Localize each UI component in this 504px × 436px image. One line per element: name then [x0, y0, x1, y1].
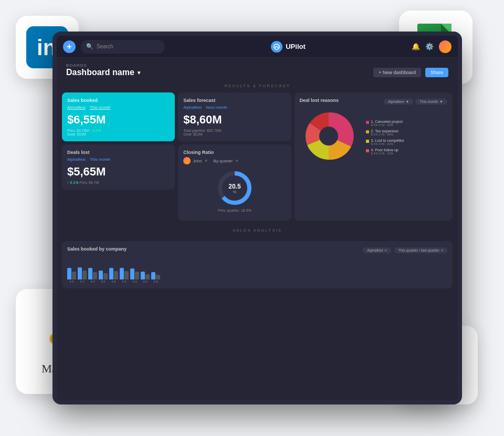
legend-label-1: 1. Canceled project	[371, 120, 403, 123]
sales-filter1[interactable]: Alphaflexi ×	[363, 247, 391, 253]
bar-previous	[103, 273, 108, 280]
bar-label: 4.5	[122, 280, 126, 283]
sales-forecast-goal: Goal: $10M	[183, 132, 202, 136]
sales-card-header: Sales booked by company Alphaflexi × Thi…	[67, 246, 447, 254]
bar-previous	[145, 274, 150, 279]
deals-lost-meta: ↑ 0.1% Prev. $4.7M	[67, 181, 170, 184]
pie-chart	[300, 107, 358, 167]
deal-lost-filter2[interactable]: This month ▼	[415, 99, 447, 105]
bar-label: 3.5	[101, 280, 105, 283]
bar-group: 4.7	[78, 267, 87, 284]
sales-booked-card: Sales booked Alphaflexi This month $6,55…	[62, 92, 175, 141]
boards-header: BOARDS Dashboard name ▼ + New dashboard …	[57, 58, 458, 80]
bar-previous	[124, 271, 129, 280]
deal-lost-title: Deal lost reasons	[300, 98, 339, 103]
deal-lost-filter1[interactable]: Alphaflexi ▼	[384, 99, 413, 105]
app-logo: UPilot	[170, 41, 406, 53]
bar-current	[88, 268, 92, 279]
settings-icon[interactable]: ⚙️	[425, 43, 434, 50]
sales-forecast-link2[interactable]: Next month	[206, 105, 227, 110]
bar-previous	[156, 275, 160, 279]
legend-dot-4	[366, 149, 369, 152]
sales-filter2[interactable]: This quarter / last quarter ×	[394, 247, 447, 253]
deals-lost-amount: $5,65M	[67, 165, 170, 179]
new-dashboard-button[interactable]: + New dashboard	[373, 68, 421, 77]
deals-lost-link2[interactable]: This month	[90, 157, 111, 162]
deals-lost-links: Alphaflexi This month	[67, 157, 170, 162]
sales-filter2-text: This quarter / last quarter	[398, 248, 439, 252]
bar-previous	[72, 272, 76, 279]
bar-group: 4.5	[109, 268, 118, 284]
bar-group: 3.5	[99, 271, 108, 284]
legend-dot-2	[366, 130, 369, 133]
chevron-down-icon[interactable]: ▼	[136, 70, 142, 76]
bar-chart: 4.44.74.43.54.54.54.33.02.8	[67, 257, 447, 283]
deal-lost-filter1-text: Alphaflexi	[388, 100, 404, 103]
device-frame: + 🔍 Search UPilot 🔔 ⚙️ BOARDS	[52, 32, 462, 404]
bar-current	[151, 272, 155, 279]
sales-booked-link2[interactable]: This month	[90, 105, 111, 110]
results-section-title: RESULTS & FORECAST	[57, 80, 458, 92]
dashboard-name-text: Dashboard name	[66, 68, 134, 77]
sales-booked-goal: Goal: $10M	[67, 132, 86, 136]
middle-column: Sales forecast Alphaflexi Next month $8,…	[178, 92, 291, 221]
deals-lost-link1[interactable]: Alphaflexi	[67, 157, 86, 162]
bar-current	[120, 268, 124, 280]
sales-booked-prev: Prev. $3.70M	[67, 129, 89, 132]
bar-current	[78, 267, 82, 280]
bar-current	[141, 272, 145, 279]
deal-lost-reasons-card: Deal lost reasons Alphaflexi ▼ This mont…	[295, 92, 453, 221]
closing-ratio-user[interactable]: John	[193, 159, 202, 163]
closing-ratio-filter[interactable]: By quarter	[214, 159, 233, 163]
bar-label: 4.5	[111, 280, 116, 283]
share-button[interactable]: Share	[425, 68, 448, 77]
sales-forecast-meta: Total pipeline: $52.70M Goal: $10M	[183, 129, 286, 136]
bar-current	[130, 268, 134, 280]
closing-ratio-card: Closing Ratio John ▼ By quarter ▼	[178, 144, 291, 221]
sales-forecast-link1[interactable]: Alphaflexi	[183, 105, 202, 110]
notification-icon[interactable]: 🔔	[412, 43, 420, 50]
legend-sub-2: $ XX.X M - 25%	[371, 133, 398, 136]
dashboard-name-title: Dashboard name ▼	[66, 68, 142, 77]
closing-ratio-prev: Prev. quarter: 18.9%	[218, 209, 251, 212]
sales-forecast-card: Sales forecast Alphaflexi Next month $8,…	[178, 92, 291, 141]
bar-previous	[93, 272, 97, 279]
top-bar: + 🔍 Search UPilot 🔔 ⚙️	[57, 36, 458, 58]
user-avatar[interactable]	[439, 40, 452, 53]
legend-label-2: 2. Too expansive	[371, 129, 398, 133]
bar-group: 4.4	[67, 268, 76, 283]
deals-lost-title: Deals lost	[67, 150, 170, 155]
bar-label: 3.0	[143, 280, 147, 283]
bar-label: 4.4	[69, 280, 74, 283]
sales-booked-link1[interactable]: Alphaflexi	[67, 105, 86, 110]
deal-lost-content: 1. Canceled project $ XX.X M - 33% 2. To…	[300, 107, 447, 167]
top-bar-actions: 🔔 ⚙️	[412, 40, 452, 53]
bar-current	[99, 271, 103, 280]
legend-label-3: 3. Lost to competitor	[371, 139, 404, 142]
legend-sub-3: $ XX.X M - 22%	[371, 142, 404, 146]
legend-label-4: 4. Poor follow up	[371, 148, 398, 152]
bar-group: 4.5	[120, 268, 129, 284]
closing-ratio-pct: %	[228, 190, 240, 194]
sales-forecast-links: Alphaflexi Next month	[183, 105, 286, 110]
bar-label: 4.7	[80, 280, 84, 283]
legend-item-3: 3. Lost to competitor $ XX.X M - 22%	[366, 139, 404, 146]
legend-dot-3	[366, 140, 369, 143]
content-area: BOARDS Dashboard name ▼ + New dashboard …	[57, 58, 458, 400]
app-title: UPilot	[286, 43, 306, 50]
bar-previous	[82, 271, 87, 280]
bar-current	[109, 268, 113, 280]
closing-ratio-value: 20.5	[228, 183, 240, 190]
bar-group: 4.3	[130, 268, 139, 284]
sales-filters: Alphaflexi × This quarter / last quarter…	[363, 247, 447, 253]
bar-label: 4.3	[132, 280, 136, 283]
sales-booked-links: Alphaflexi This month	[67, 105, 170, 110]
add-button[interactable]: +	[63, 40, 76, 53]
closing-ratio-donut: 20.5 % Prev. quarter: 18.9%	[183, 167, 286, 215]
bar-group: 4.4	[88, 268, 97, 283]
sales-booked-amount: $6,55M	[67, 113, 170, 127]
search-bar[interactable]: 🔍 Search	[81, 40, 165, 54]
sales-section-title: SALES ANALYSIS	[57, 225, 458, 237]
deal-lost-legend: 1. Canceled project $ XX.X M - 33% 2. To…	[366, 120, 404, 155]
sales-booked-title: Sales booked	[67, 98, 170, 103]
